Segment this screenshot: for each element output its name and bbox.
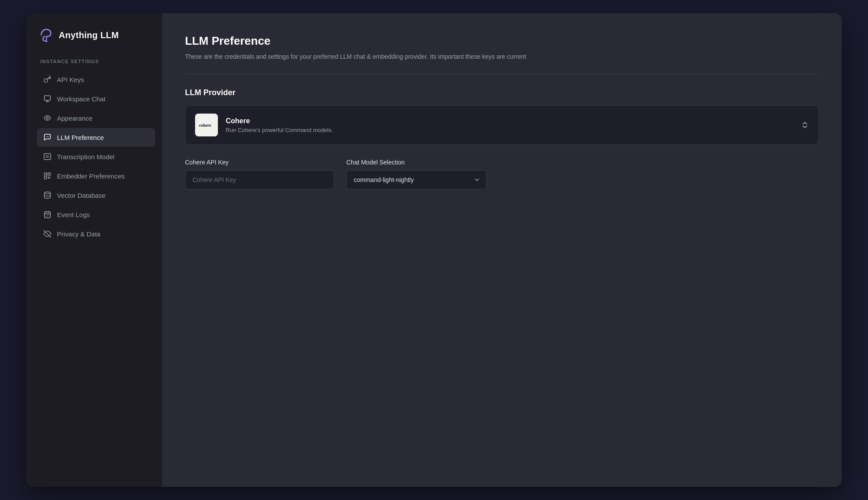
provider-card[interactable]: cohere Cohere Run Cohere's powerful Comm… [185,105,819,145]
svg-point-0 [46,40,47,42]
transcription-icon [43,152,52,161]
sidebar-item-label-api-keys: API Keys [57,76,84,83]
sidebar-item-appearance[interactable]: Appearance [37,109,155,127]
calendar-icon [43,210,52,219]
svg-rect-10 [44,177,46,179]
key-icon [43,75,52,84]
svg-rect-7 [44,154,51,160]
sidebar-item-label-embedder-preferences: Embedder Preferences [57,172,125,180]
sidebar-item-vector-database[interactable]: Vector Database [37,186,155,204]
privacy-icon [43,229,52,238]
svg-rect-2 [44,96,50,100]
database-icon [43,191,52,200]
svg-rect-9 [48,173,50,175]
sidebar-item-transcription-model[interactable]: Transcription Model [37,147,155,166]
app-name: Anything LLM [59,30,119,40]
main-content: LLM Preference These are the credentials… [162,13,842,487]
sidebar-item-llm-preference[interactable]: LLM Preference [37,128,155,146]
svg-rect-8 [44,173,46,175]
sidebar-item-label-llm-preference: LLM Preference [57,134,104,141]
chat-icon [43,94,52,103]
api-key-group: Cohere API Key [185,159,334,189]
llm-provider-section-title: LLM Provider [185,88,819,97]
provider-logo: cohere [195,114,218,136]
chevron-updown-icon [801,121,809,129]
api-key-label: Cohere API Key [185,159,334,166]
form-row: Cohere API Key Chat Model Selection comm… [185,159,819,189]
svg-text:cohere: cohere [199,123,211,128]
app-container: Anything LLM INSTANCE SETTINGS API Keys [26,13,842,487]
model-select-group: Chat Model Selection command-light-night… [346,159,487,189]
svg-point-11 [44,192,50,194]
provider-info: Cohere Run Cohere's powerful Command mod… [226,117,333,133]
section-label: INSTANCE SETTINGS [37,59,155,64]
sidebar-item-label-workspace-chat: Workspace Chat [57,95,106,103]
provider-desc: Run Cohere's powerful Command models. [226,127,333,133]
divider [185,74,819,74]
model-select-label: Chat Model Selection [346,159,487,166]
sidebar-item-label-privacy-data: Privacy & Data [57,230,100,238]
sidebar-item-privacy-data[interactable]: Privacy & Data [37,225,155,243]
model-select-wrapper: command-light-nightlycommand-nightlycomm… [346,170,487,189]
sidebar: Anything LLM INSTANCE SETTINGS API Keys [26,13,162,487]
svg-point-3 [46,117,49,119]
cohere-logo-inner: cohere [195,114,218,136]
sidebar-item-label-event-logs: Event Logs [57,211,90,218]
app-logo-icon [39,27,54,43]
sidebar-item-label-vector-database: Vector Database [57,192,106,199]
sidebar-item-label-transcription-model: Transcription Model [57,153,114,161]
eye-icon [43,114,52,122]
provider-name: Cohere [226,117,333,125]
page-title: LLM Preference [185,34,819,48]
sidebar-item-event-logs[interactable]: Event Logs [37,205,155,224]
api-key-input[interactable] [185,170,334,189]
page-description: These are the credentials and settings f… [185,52,819,61]
embedder-icon [43,171,52,180]
sidebar-item-label-appearance: Appearance [57,114,92,122]
sidebar-item-api-keys[interactable]: API Keys [37,70,155,89]
provider-left: cohere Cohere Run Cohere's powerful Comm… [195,114,333,136]
sidebar-item-embedder-preferences[interactable]: Embedder Preferences [37,167,155,185]
llm-icon [43,133,52,142]
model-select-field[interactable]: command-light-nightlycommand-nightlycomm… [346,170,487,189]
logo-area: Anything LLM [37,27,155,43]
sidebar-item-workspace-chat[interactable]: Workspace Chat [37,89,155,108]
